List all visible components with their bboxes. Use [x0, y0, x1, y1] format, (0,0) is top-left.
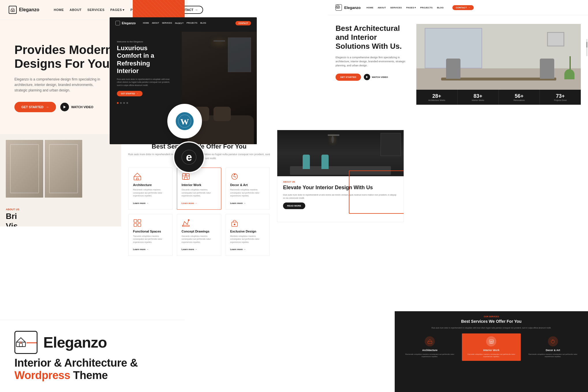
mid-nav-blog[interactable]: BLOG [200, 22, 206, 24]
service-title-drawings: Concept Drawings [181, 230, 216, 233]
dark-services-label: Our Services [395, 311, 588, 318]
read-more-button[interactable]: READ MORE [283, 202, 305, 209]
dark-service-title-arch: Architecture [403, 349, 456, 352]
dot-1[interactable] [117, 102, 119, 104]
svg-rect-8 [134, 177, 141, 180]
dot-2[interactable] [120, 102, 122, 104]
dark-service-architecture: Architecture Racionedo voluptidus maxien… [400, 333, 459, 361]
right-nav-pages[interactable]: PAGES▾ [406, 6, 416, 9]
svg-text:W: W [180, 117, 189, 126]
service-link-decor[interactable]: Learn more → [230, 202, 246, 205]
hero-1-play-button[interactable]: WATCH VIDEO [60, 103, 93, 111]
service-card-architecture: Architecture Racionedo voluptidus maxien… [128, 168, 173, 210]
about-image-1 [6, 140, 43, 198]
spaces-icon [133, 219, 142, 227]
dark-service-desc-interior: Gacuedo voluptidus maxiens consequatur a… [465, 353, 518, 358]
hero-3-text: Best Architectural and Interior Solution… [336, 24, 408, 105]
svg-rect-31 [490, 342, 492, 343]
about-art-2 [45, 140, 82, 198]
stat-architecture: 28+ Architecture Works [416, 90, 458, 105]
service-link-drawings[interactable]: Learn more → [181, 248, 197, 251]
brand-house-icon [15, 334, 27, 350]
panel-dark-services: Our Services Best Services We Offer For … [395, 311, 588, 392]
mid-heading: Luxurious Comfort in a Refreshing Interi… [117, 44, 172, 75]
about-images [0, 134, 124, 203]
panel-about-2: About Us Elevate Your Interior Design Wi… [277, 130, 404, 222]
pendant-light [328, 134, 339, 136]
svg-rect-30 [489, 340, 493, 343]
mid-desc: Ruis auto irure dolor in reprehenderit i… [117, 78, 172, 87]
service-desc-exclusive: Mentedo voluptidus maxiens consequatur a… [230, 235, 265, 244]
mid-nav-projects[interactable]: PROJECTS [186, 22, 197, 24]
brand-name: Eleganzo [43, 334, 107, 351]
svg-rect-18 [138, 224, 141, 226]
logo-icon-2 [115, 21, 120, 25]
nav-pages[interactable]: PAGES ▾ [110, 8, 125, 12]
nav-about[interactable]: ABOUT [70, 8, 82, 12]
exclusive-icon [230, 219, 239, 227]
right-nav-projects[interactable]: PROJECTS [420, 6, 432, 9]
teal-chair-1 [303, 155, 310, 169]
service-link-exclusive[interactable]: Learn more → [230, 248, 246, 251]
right-contact-button[interactable]: CONTACT → [452, 5, 474, 10]
logo-icon-3 [336, 4, 342, 11]
hero-3-cta-button[interactable]: GET STARTED [336, 74, 361, 81]
right-nav-about[interactable]: ABOUT [378, 6, 386, 9]
elementor-badge: e [173, 141, 205, 173]
mid-nav-pages[interactable]: PAGES▾ [175, 22, 183, 24]
svg-rect-12 [184, 177, 187, 179]
right-nav-blog[interactable]: BLOG [437, 6, 443, 9]
dark-service-interior: Interior Work Gacuedo voluptidus maxiens… [462, 333, 520, 361]
mid-nav-about[interactable]: ABOUT [152, 22, 159, 24]
wordpress-badge: W [167, 104, 202, 138]
mid-nav-services[interactable]: SERVICES [162, 22, 172, 24]
hero-3-cta-label: GET STARTED [340, 76, 356, 78]
hero-3-buttons: GET STARTED WATCH VIDEO [336, 74, 408, 81]
logo-3: Eleganzo [336, 4, 361, 11]
stat-num-1: 28+ [419, 93, 454, 99]
mid-nav-home[interactable]: HOME [143, 22, 149, 24]
about-right-label: About Us [283, 181, 398, 183]
arrow-right-icon: → [195, 8, 198, 12]
svg-point-33 [553, 340, 553, 340]
service-link-architecture[interactable]: Learn more → [133, 202, 149, 205]
hero-1-cta-button[interactable]: GET STARTED → [14, 102, 56, 112]
right-nav-links: HOME ABOUT SERVICES PAGES▾ PROJECTS BLOG [366, 6, 443, 9]
arrow-icon-mid: → [136, 93, 138, 95]
stat-label-4: Projects Done [543, 99, 578, 101]
right-nav-home[interactable]: HOME [366, 6, 373, 9]
about-image-right [277, 130, 404, 176]
drawings-icon [181, 219, 190, 227]
service-card-spaces: Functional Spaces Tiacuedo voluptidus ma… [128, 214, 173, 256]
mid-cta-button[interactable]: GET STARTED → [117, 91, 143, 96]
stats-bar: 28+ Architecture Works 83+ Interior Work… [416, 90, 581, 105]
dark-interior-icon [486, 336, 496, 346]
hero-3-play-button[interactable]: WATCH VIDEO [364, 74, 388, 80]
mid-contact-button[interactable]: CONTACT [235, 21, 251, 25]
dot-4[interactable] [126, 102, 128, 104]
stat-num-2: 83+ [460, 93, 496, 99]
about-text-1: About Us BriVis Duis auto irure cillum d… [0, 203, 124, 226]
svg-marker-7 [366, 76, 368, 78]
stat-projects: 73+ Projects Done [540, 90, 581, 105]
right-nav-services[interactable]: SERVICES [390, 6, 402, 9]
service-title-exclusive: Exclusive Design [230, 230, 265, 233]
architecture-icon [133, 172, 142, 181]
nav-services[interactable]: SERVICES [87, 8, 104, 12]
svg-rect-34 [16, 342, 26, 347]
dark-service-desc-arch: Racionedo voluptidus maxiens consequatur… [403, 353, 456, 358]
logo-text-2: Eleganzo [122, 21, 136, 25]
tagline-separator: & [130, 357, 138, 369]
service-link-interior[interactable]: Learn more → [181, 202, 197, 205]
service-desc-drawings: Gacuedo voluptidus maxiens consequatur a… [181, 235, 216, 244]
logo-1: Eleganzo [9, 6, 39, 14]
nav-home[interactable]: HOME [54, 8, 64, 12]
service-link-spaces[interactable]: Learn more → [133, 248, 149, 251]
kitchen-interior [277, 130, 404, 176]
arrow-icon-right-nav: → [468, 6, 470, 9]
logo-text-3: Eleganzo [344, 5, 361, 10]
dot-3[interactable] [123, 102, 125, 104]
svg-point-19 [188, 220, 189, 221]
panel-about-1: About Us BriVis Duis auto irure cillum d… [0, 134, 124, 226]
service-desc-architecture: Racionedo voluptidus maxiens consequatur… [133, 188, 168, 198]
